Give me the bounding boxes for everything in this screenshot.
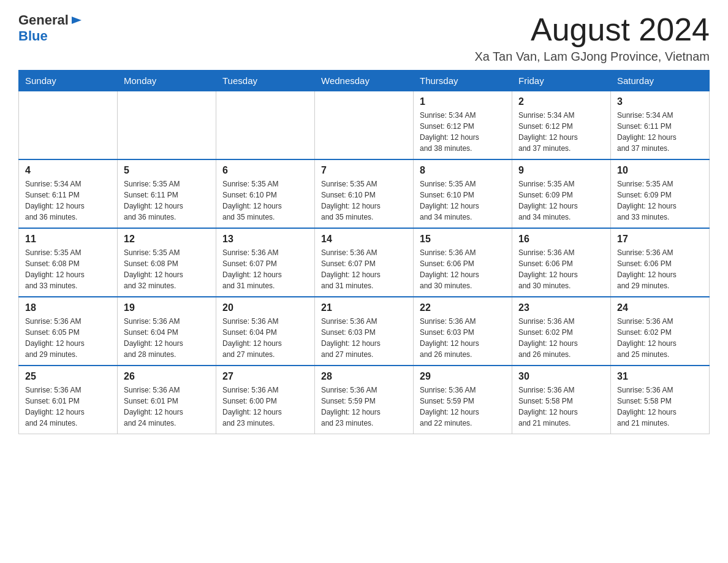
table-row: 25Sunrise: 5:36 AMSunset: 6:01 PMDayligh… [19, 366, 118, 434]
table-row: 13Sunrise: 5:36 AMSunset: 6:07 PMDayligh… [216, 228, 315, 297]
day-number: 12 [124, 234, 210, 245]
col-sunday: Sunday [19, 71, 118, 91]
day-number: 1 [420, 96, 506, 107]
calendar-header-row: Sunday Monday Tuesday Wednesday Thursday… [19, 71, 710, 91]
day-number: 4 [25, 165, 111, 176]
table-row: 24Sunrise: 5:36 AMSunset: 6:02 PMDayligh… [611, 297, 710, 366]
table-row: 19Sunrise: 5:36 AMSunset: 6:04 PMDayligh… [118, 297, 216, 366]
table-row [315, 91, 414, 160]
table-row: 1Sunrise: 5:34 AMSunset: 6:12 PMDaylight… [414, 91, 512, 160]
day-info: Sunrise: 5:36 AMSunset: 6:04 PMDaylight:… [124, 316, 210, 360]
month-year-title: August 2024 [474, 12, 710, 47]
day-info: Sunrise: 5:36 AMSunset: 5:58 PMDaylight:… [518, 385, 604, 429]
table-row: 7Sunrise: 5:35 AMSunset: 6:10 PMDaylight… [315, 159, 414, 228]
day-info: Sunrise: 5:34 AMSunset: 6:11 PMDaylight:… [617, 110, 703, 154]
day-number: 19 [124, 302, 210, 313]
table-row [118, 91, 216, 160]
table-row: 3Sunrise: 5:34 AMSunset: 6:11 PMDaylight… [611, 91, 710, 160]
day-number: 21 [321, 302, 407, 313]
table-row: 20Sunrise: 5:36 AMSunset: 6:04 PMDayligh… [216, 297, 315, 366]
day-info: Sunrise: 5:36 AMSunset: 5:59 PMDaylight:… [420, 385, 506, 429]
day-number: 22 [420, 302, 506, 313]
table-row: 4Sunrise: 5:34 AMSunset: 6:11 PMDaylight… [19, 159, 118, 228]
table-row: 18Sunrise: 5:36 AMSunset: 6:05 PMDayligh… [19, 297, 118, 366]
day-info: Sunrise: 5:35 AMSunset: 6:10 PMDaylight:… [420, 178, 506, 223]
table-row: 8Sunrise: 5:35 AMSunset: 6:10 PMDaylight… [414, 159, 512, 228]
day-number: 23 [518, 302, 604, 313]
day-number: 3 [617, 96, 703, 107]
day-info: Sunrise: 5:34 AMSunset: 6:12 PMDaylight:… [420, 110, 506, 154]
table-row: 26Sunrise: 5:36 AMSunset: 6:01 PMDayligh… [118, 366, 216, 434]
day-number: 24 [617, 302, 703, 313]
day-info: Sunrise: 5:36 AMSunset: 6:01 PMDaylight:… [25, 385, 111, 429]
logo-blue-text: Blue [18, 28, 48, 44]
day-info: Sunrise: 5:36 AMSunset: 6:04 PMDaylight:… [222, 316, 308, 360]
table-row: 23Sunrise: 5:36 AMSunset: 6:02 PMDayligh… [512, 297, 611, 366]
table-row [216, 91, 315, 160]
col-thursday: Thursday [414, 71, 512, 91]
day-info: Sunrise: 5:36 AMSunset: 6:00 PMDaylight:… [222, 385, 308, 429]
col-monday: Monday [118, 71, 216, 91]
day-number: 9 [518, 165, 604, 176]
title-section: August 2024 Xa Tan Van, Lam GJong Provin… [474, 12, 710, 64]
col-tuesday: Tuesday [216, 71, 315, 91]
table-row: 22Sunrise: 5:36 AMSunset: 6:03 PMDayligh… [414, 297, 512, 366]
day-number: 8 [420, 165, 506, 176]
day-info: Sunrise: 5:35 AMSunset: 6:08 PMDaylight:… [124, 247, 210, 291]
day-number: 2 [518, 96, 604, 107]
logo: General Blue [18, 12, 83, 44]
day-info: Sunrise: 5:35 AMSunset: 6:10 PMDaylight:… [222, 178, 308, 223]
day-number: 18 [25, 302, 111, 313]
table-row: 30Sunrise: 5:36 AMSunset: 5:58 PMDayligh… [512, 366, 611, 434]
table-row: 16Sunrise: 5:36 AMSunset: 6:06 PMDayligh… [512, 228, 611, 297]
day-number: 16 [518, 234, 604, 245]
table-row: 14Sunrise: 5:36 AMSunset: 6:07 PMDayligh… [315, 228, 414, 297]
day-info: Sunrise: 5:36 AMSunset: 6:07 PMDaylight:… [321, 247, 407, 291]
table-row: 6Sunrise: 5:35 AMSunset: 6:10 PMDaylight… [216, 159, 315, 228]
day-number: 6 [222, 165, 308, 176]
day-number: 7 [321, 165, 407, 176]
table-row: 31Sunrise: 5:36 AMSunset: 5:58 PMDayligh… [611, 366, 710, 434]
day-number: 26 [124, 371, 210, 382]
day-number: 28 [321, 371, 407, 382]
day-number: 10 [617, 165, 703, 176]
day-info: Sunrise: 5:36 AMSunset: 6:03 PMDaylight:… [420, 316, 506, 360]
day-info: Sunrise: 5:36 AMSunset: 6:06 PMDaylight:… [518, 247, 604, 291]
day-info: Sunrise: 5:36 AMSunset: 6:02 PMDaylight:… [518, 316, 604, 360]
location-subtitle: Xa Tan Van, Lam GJong Province, Vietnam [474, 50, 710, 64]
table-row: 17Sunrise: 5:36 AMSunset: 6:06 PMDayligh… [611, 228, 710, 297]
day-number: 29 [420, 371, 506, 382]
day-info: Sunrise: 5:36 AMSunset: 6:01 PMDaylight:… [124, 385, 210, 429]
table-row: 27Sunrise: 5:36 AMSunset: 6:00 PMDayligh… [216, 366, 315, 434]
table-row: 2Sunrise: 5:34 AMSunset: 6:12 PMDaylight… [512, 91, 611, 160]
day-number: 13 [222, 234, 308, 245]
day-info: Sunrise: 5:34 AMSunset: 6:12 PMDaylight:… [518, 110, 604, 154]
table-row [19, 91, 118, 160]
day-number: 5 [124, 165, 210, 176]
svg-marker-0 [72, 17, 82, 24]
table-row: 10Sunrise: 5:35 AMSunset: 6:09 PMDayligh… [611, 159, 710, 228]
day-info: Sunrise: 5:36 AMSunset: 5:59 PMDaylight:… [321, 385, 407, 429]
table-row: 12Sunrise: 5:35 AMSunset: 6:08 PMDayligh… [118, 228, 216, 297]
col-friday: Friday [512, 71, 611, 91]
col-saturday: Saturday [611, 71, 710, 91]
day-info: Sunrise: 5:35 AMSunset: 6:10 PMDaylight:… [321, 178, 407, 223]
table-row: 9Sunrise: 5:35 AMSunset: 6:09 PMDaylight… [512, 159, 611, 228]
table-row: 29Sunrise: 5:36 AMSunset: 5:59 PMDayligh… [414, 366, 512, 434]
logo-arrow-icon [70, 14, 83, 26]
table-row: 21Sunrise: 5:36 AMSunset: 6:03 PMDayligh… [315, 297, 414, 366]
day-info: Sunrise: 5:34 AMSunset: 6:11 PMDaylight:… [25, 178, 111, 223]
day-info: Sunrise: 5:35 AMSunset: 6:09 PMDaylight:… [617, 178, 703, 223]
table-row: 5Sunrise: 5:35 AMSunset: 6:11 PMDaylight… [118, 159, 216, 228]
day-number: 17 [617, 234, 703, 245]
calendar-table: Sunday Monday Tuesday Wednesday Thursday… [18, 70, 710, 434]
day-info: Sunrise: 5:36 AMSunset: 6:06 PMDaylight:… [617, 247, 703, 291]
day-number: 31 [617, 371, 703, 382]
day-info: Sunrise: 5:35 AMSunset: 6:09 PMDaylight:… [518, 178, 604, 223]
page-header: General Blue August 2024 Xa Tan Van, Lam… [18, 12, 710, 64]
day-number: 25 [25, 371, 111, 382]
day-info: Sunrise: 5:36 AMSunset: 6:06 PMDaylight:… [420, 247, 506, 291]
logo-general-text: General [18, 12, 69, 28]
table-row: 15Sunrise: 5:36 AMSunset: 6:06 PMDayligh… [414, 228, 512, 297]
day-number: 20 [222, 302, 308, 313]
